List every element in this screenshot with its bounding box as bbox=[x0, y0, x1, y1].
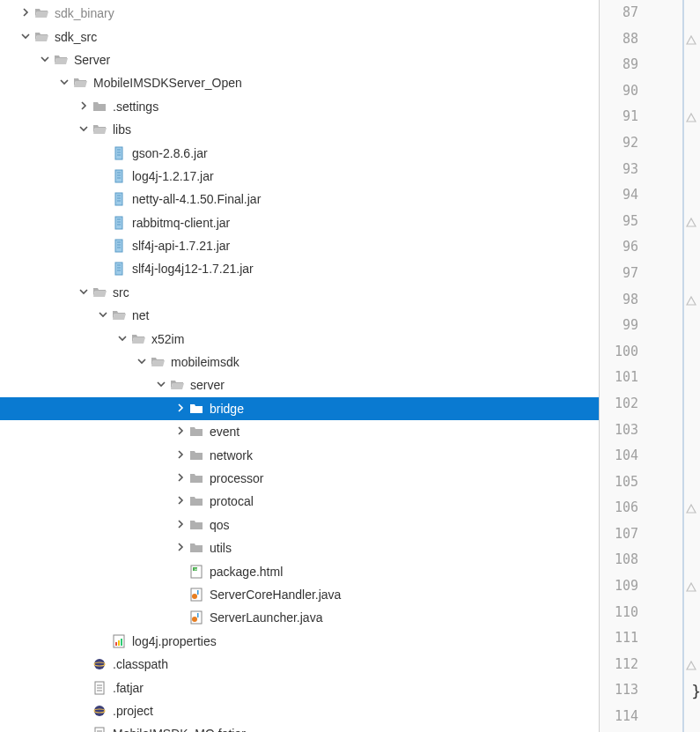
chevron-down-icon[interactable] bbox=[56, 78, 72, 88]
tree-item-mobileimsdk[interactable]: mobileimsdk bbox=[0, 351, 599, 373]
tree-item-netty-all-4-1-50-final-jar[interactable]: netty-all-4.1.50.Final.jar bbox=[0, 188, 599, 211]
tree-item-rabbitmq-client-jar[interactable]: rabbitmq-client.jar bbox=[0, 211, 599, 234]
fold-marker-icon[interactable] bbox=[686, 580, 696, 591]
line-number: 96 bbox=[600, 234, 638, 261]
tree-item-serverlauncher-java[interactable]: ServerLauncher.java bbox=[0, 606, 599, 629]
folder-open-icon bbox=[53, 52, 69, 68]
html-icon: H bbox=[188, 564, 204, 580]
chevron-down-icon[interactable] bbox=[114, 334, 130, 344]
chevron-down-icon[interactable] bbox=[134, 357, 150, 367]
tree-item-label: netty-all-4.1.50.Final.jar bbox=[132, 192, 261, 206]
svg-point-43 bbox=[94, 706, 105, 716]
fold-marker-icon[interactable] bbox=[686, 294, 696, 305]
line-number: 99 bbox=[600, 313, 638, 339]
line-number: 103 bbox=[600, 418, 638, 444]
folder-open-icon bbox=[72, 75, 88, 91]
chevron-right-icon[interactable] bbox=[173, 496, 188, 506]
tree-item-label: qos bbox=[210, 518, 230, 532]
chevron-down-icon[interactable] bbox=[37, 55, 53, 65]
tree-item-server[interactable]: Server bbox=[0, 48, 599, 71]
tree-item-event[interactable]: event bbox=[0, 420, 599, 443]
line-number: 94 bbox=[600, 182, 638, 209]
fold-marker-icon[interactable] bbox=[686, 502, 696, 513]
folder-icon bbox=[188, 540, 204, 556]
tree-item-package-html[interactable]: Hpackage.html bbox=[0, 559, 599, 582]
line-number: 89 bbox=[600, 52, 638, 78]
tree-item-utils[interactable]: utils bbox=[0, 536, 599, 559]
folder-open-icon bbox=[92, 285, 107, 300]
tree-item-log4j-properties[interactable]: log4j.properties bbox=[0, 630, 599, 653]
tree-item-label: ServerLauncher.java bbox=[210, 610, 322, 625]
tree-item-mobileimsdkserver-open[interactable]: MobileIMSDKServer_Open bbox=[0, 71, 599, 94]
tree-item-sdk-binary[interactable]: sdk_binary bbox=[0, 2, 599, 25]
chevron-right-icon[interactable] bbox=[173, 543, 188, 553]
line-number: 109 bbox=[600, 573, 638, 600]
chevron-right-icon[interactable] bbox=[173, 520, 188, 530]
tree-item-sdk-src[interactable]: sdk_src bbox=[0, 25, 599, 48]
tree-item-src[interactable]: src bbox=[0, 281, 599, 304]
svg-point-28 bbox=[192, 594, 197, 599]
tree-item-label: event bbox=[210, 425, 239, 439]
project-tree[interactable]: sdk_binarysdk_srcServerMobileIMSDKServer… bbox=[0, 0, 599, 732]
fold-marker-icon[interactable] bbox=[686, 33, 696, 44]
tree-item--fatjar[interactable]: .fatjar bbox=[0, 676, 599, 699]
folder-open-icon bbox=[150, 354, 166, 370]
tree-item-label: MobileIMSDK_MQ.fatjar bbox=[113, 727, 246, 732]
line-number: 92 bbox=[600, 130, 638, 157]
line-number: 106 bbox=[600, 495, 638, 521]
folder-open-icon bbox=[33, 5, 49, 21]
chevron-right-icon[interactable] bbox=[173, 450, 188, 461]
tree-item-label: rabbitmq-client.jar bbox=[132, 216, 230, 230]
tree-item-qos[interactable]: qos bbox=[0, 514, 599, 536]
tree-item-network[interactable]: network bbox=[0, 443, 599, 466]
line-number: 87 bbox=[600, 0, 638, 26]
tree-item-mobileimsdk-mq-fatjar[interactable]: MobileIMSDK_MQ.fatjar bbox=[0, 722, 599, 732]
tree-item-slf4j-api-1-7-21-jar[interactable]: slf4j-api-1.7.21.jar bbox=[0, 234, 599, 257]
eclipse-icon bbox=[92, 703, 107, 719]
line-number: 113 bbox=[600, 677, 638, 704]
tree-item-net[interactable]: net bbox=[0, 304, 599, 327]
tree-item-label: mobileimsdk bbox=[171, 355, 239, 369]
folder-open-icon bbox=[111, 307, 127, 323]
tree-item-log4j-1-2-17-jar[interactable]: log4j-1.2.17.jar bbox=[0, 165, 599, 188]
tree-item-gson-2-8-6-jar[interactable]: gson-2.8.6.jar bbox=[0, 141, 599, 164]
tree-item-protocal[interactable]: protocal bbox=[0, 490, 599, 513]
line-number: 112 bbox=[600, 652, 638, 678]
chevron-down-icon[interactable] bbox=[95, 310, 111, 321]
line-numbers: 8788899091929394959697989910010110210310… bbox=[600, 0, 652, 732]
folder-open-icon bbox=[33, 29, 49, 45]
tree-item-x52im[interactable]: x52im bbox=[0, 327, 599, 350]
line-number: 97 bbox=[600, 261, 638, 287]
line-number: 102 bbox=[600, 391, 638, 418]
chevron-down-icon[interactable] bbox=[76, 124, 92, 135]
tree-item-servercorehandler-java[interactable]: ServerCoreHandler.java bbox=[0, 583, 599, 606]
tree-item-label: sdk_binary bbox=[55, 6, 114, 20]
tree-item-server[interactable]: server bbox=[0, 373, 599, 396]
tree-item-label: slf4j-log4j12-1.7.21.jar bbox=[132, 262, 254, 276]
chevron-down-icon[interactable] bbox=[18, 32, 33, 42]
chevron-right-icon[interactable] bbox=[173, 473, 188, 484]
tree-item-bridge[interactable]: bridge bbox=[0, 397, 599, 420]
tree-item-processor[interactable]: processor bbox=[0, 467, 599, 490]
chevron-right-icon[interactable] bbox=[173, 426, 188, 437]
tree-item-label: bridge bbox=[210, 402, 244, 416]
tree-item-libs[interactable]: libs bbox=[0, 118, 599, 141]
chevron-right-icon[interactable] bbox=[18, 8, 33, 18]
fold-marker-icon[interactable] bbox=[686, 659, 696, 669]
tree-item--project[interactable]: .project bbox=[0, 699, 599, 722]
tree-item--classpath[interactable]: .classpath bbox=[0, 653, 599, 676]
chevron-down-icon[interactable] bbox=[153, 380, 169, 390]
folder-icon bbox=[188, 447, 204, 463]
tree-item-label: net bbox=[132, 308, 149, 322]
fold-marker-icon[interactable] bbox=[686, 216, 696, 226]
jar-icon bbox=[111, 145, 127, 161]
tree-item-slf4j-log4j12-1-7-21-jar[interactable]: slf4j-log4j12-1.7.21.jar bbox=[0, 257, 599, 280]
fold-marker-icon[interactable] bbox=[686, 111, 696, 122]
tree-item--settings[interactable]: .settings bbox=[0, 95, 599, 118]
chevron-right-icon[interactable] bbox=[76, 101, 92, 112]
line-number: 88 bbox=[600, 26, 638, 53]
chevron-down-icon[interactable] bbox=[76, 287, 92, 298]
jar-icon bbox=[111, 215, 127, 231]
chevron-right-icon[interactable] bbox=[173, 403, 188, 414]
line-number: 91 bbox=[600, 104, 638, 130]
